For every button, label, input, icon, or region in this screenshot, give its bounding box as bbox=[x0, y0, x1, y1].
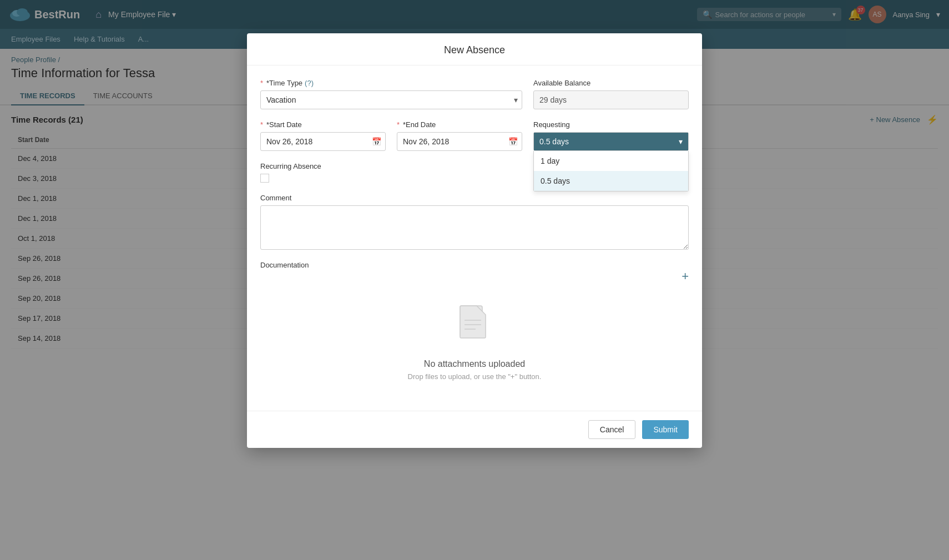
modal-title: New Absence bbox=[444, 44, 505, 56]
modal-header: New Absence bbox=[247, 33, 702, 65]
time-type-label: * *Time Type (?) bbox=[260, 79, 522, 87]
requesting-dropdown-button[interactable]: ▾ bbox=[673, 133, 688, 150]
start-date-label: * *Start Date bbox=[260, 120, 386, 129]
start-date-group: * *Start Date 📅 bbox=[260, 120, 386, 151]
end-date-label: * *End Date bbox=[397, 120, 522, 129]
modal-body: * *Time Type (?) Vacation ▾ Available Ba… bbox=[247, 65, 702, 411]
add-attachment-button[interactable]: + bbox=[682, 269, 689, 284]
time-type-select-wrapper: Vacation ▾ bbox=[260, 90, 522, 109]
cancel-button[interactable]: Cancel bbox=[588, 420, 636, 439]
form-row-dates: * *Start Date 📅 * *End Date � bbox=[260, 120, 689, 151]
file-icon bbox=[458, 305, 491, 352]
no-attachments-subtext: Drop files to upload, or use the "+" but… bbox=[408, 372, 542, 381]
available-balance-input bbox=[533, 90, 689, 109]
available-balance-label: Available Balance bbox=[533, 79, 689, 87]
modal-overlay[interactable]: New Absence * *Time Type (?) Vacation ▾ bbox=[0, 0, 949, 560]
doc-add-row: + bbox=[260, 269, 689, 284]
requesting-input-row: 0.5 days ▾ bbox=[533, 132, 689, 151]
end-date-group: * *End Date 📅 bbox=[397, 120, 522, 151]
requesting-wrapper: 0.5 days ▾ 1 day 0.5 days bbox=[533, 132, 689, 151]
end-date-calendar-icon[interactable]: 📅 bbox=[508, 137, 518, 146]
requesting-label: Requesting bbox=[533, 120, 689, 129]
start-date-wrapper: 📅 bbox=[260, 132, 386, 151]
end-date-input[interactable] bbox=[397, 132, 522, 151]
submit-button[interactable]: Submit bbox=[642, 420, 689, 439]
new-absence-modal: New Absence * *Time Type (?) Vacation ▾ bbox=[247, 33, 702, 448]
start-date-input[interactable] bbox=[260, 132, 386, 151]
requesting-dropdown: 1 day 0.5 days bbox=[533, 151, 689, 191]
required-star: * bbox=[260, 79, 263, 87]
available-balance-group: Available Balance bbox=[533, 79, 689, 109]
comment-label: Comment bbox=[260, 194, 689, 202]
start-date-calendar-icon[interactable]: 📅 bbox=[372, 137, 381, 146]
time-type-select[interactable]: Vacation bbox=[260, 90, 522, 109]
recurring-checkbox[interactable] bbox=[260, 174, 269, 183]
requesting-value: 0.5 days bbox=[534, 133, 673, 150]
documentation-label: Documentation bbox=[260, 261, 689, 269]
end-date-wrapper: 📅 bbox=[397, 132, 522, 151]
requesting-group: Requesting 0.5 days ▾ 1 day 0.5 days bbox=[533, 120, 689, 151]
no-attachments-area: No attachments uploaded Drop files to up… bbox=[260, 288, 689, 397]
help-icon[interactable]: (?) bbox=[305, 79, 314, 87]
documentation-section: Documentation + bbox=[260, 261, 689, 397]
modal-footer: Cancel Submit bbox=[247, 411, 702, 448]
no-attachments-text: No attachments uploaded bbox=[424, 359, 525, 369]
comment-textarea[interactable] bbox=[260, 205, 689, 250]
requesting-option-halfday[interactable]: 0.5 days bbox=[534, 171, 688, 191]
requesting-option-1day[interactable]: 1 day bbox=[534, 151, 688, 171]
time-type-group: * *Time Type (?) Vacation ▾ bbox=[260, 79, 522, 109]
comment-group: Comment bbox=[260, 194, 689, 250]
form-row-time-type: * *Time Type (?) Vacation ▾ Available Ba… bbox=[260, 79, 689, 109]
